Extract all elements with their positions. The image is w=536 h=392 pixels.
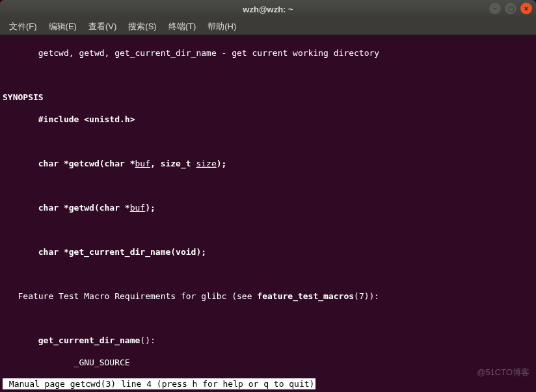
window-title: wzh@wzh: ~ xyxy=(243,5,293,14)
ftm-line: Feature Test Macro Requirements for glib… xyxy=(3,291,533,302)
section-synopsis: SYNOPSIS xyxy=(3,92,533,103)
gcdn-body: _GNU_SOURCE xyxy=(3,357,533,368)
man-name-line: getcwd, getwd, get_current_dir_name - ge… xyxy=(3,47,533,59)
blank xyxy=(3,180,533,191)
menu-view[interactable]: 查看(V) xyxy=(83,19,122,34)
menu-file[interactable]: 文件(F) xyxy=(4,19,42,34)
blank xyxy=(3,224,533,235)
menu-edit[interactable]: 编辑(E) xyxy=(44,19,82,34)
fn-gcdn: char *get_current_dir_name(void); xyxy=(3,246,533,257)
fn-getcwd: char *getcwd(char *buf, size_t size); xyxy=(3,158,533,169)
menubar: 文件(F) 编辑(E) 查看(V) 搜索(S) 终端(T) 帮助(H) xyxy=(0,18,536,35)
minimize-button[interactable]: – xyxy=(489,3,501,14)
blank xyxy=(3,70,533,81)
pager-status-line: Manual page getcwd(3) line 4 (press h fo… xyxy=(3,378,315,389)
maximize-button[interactable]: ▢ xyxy=(505,3,516,14)
window-titlebar: wzh@wzh: ~ – ▢ × xyxy=(0,0,536,18)
terminal-viewport[interactable]: getcwd, getwd, get_current_dir_name - ge… xyxy=(0,35,536,392)
watermark: @51CTO博客 xyxy=(477,367,529,378)
menu-terminal[interactable]: 终端(T) xyxy=(163,19,202,34)
menu-help[interactable]: 帮助(H) xyxy=(202,19,241,34)
gcdn-header: get_current_dir_name(): xyxy=(3,335,533,346)
close-button[interactable]: × xyxy=(520,3,532,14)
menu-search[interactable]: 搜索(S) xyxy=(123,19,161,34)
blank xyxy=(3,313,533,324)
fn-getwd: char *getwd(char *buf); xyxy=(3,202,533,213)
window-controls: – ▢ × xyxy=(489,3,532,14)
blank xyxy=(3,268,533,280)
blank xyxy=(3,136,533,147)
include-line: #include <unistd.h> xyxy=(3,114,533,125)
